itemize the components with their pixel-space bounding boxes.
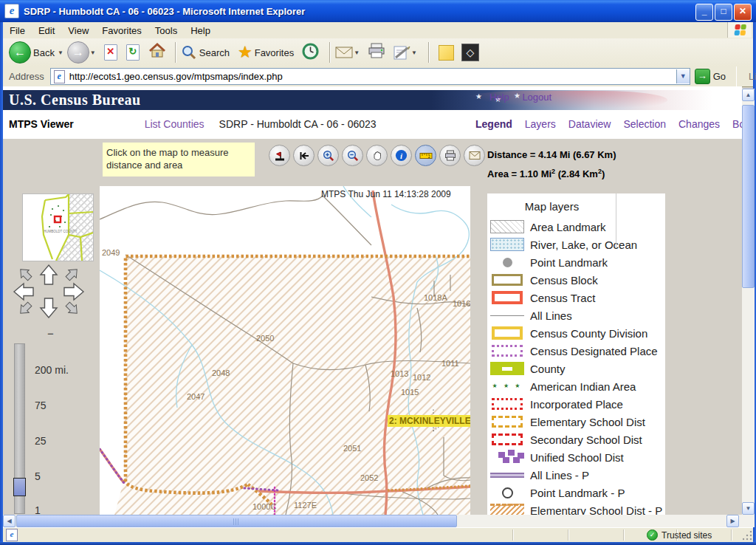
identify-button[interactable]: i <box>391 145 412 166</box>
legend-item: Census County Division <box>487 324 665 342</box>
tract-label: 2052 <box>360 473 378 482</box>
pan-east-arrow[interactable] <box>64 284 83 300</box>
print-button[interactable] <box>368 43 385 62</box>
favorites-button[interactable]: ★ Favorites <box>238 43 296 62</box>
window-title: SDRP - Humboldt CA - 06 - 06023 - Micros… <box>24 6 305 17</box>
list-counties-link[interactable]: List Counties <box>145 118 205 130</box>
pan-south-arrow[interactable] <box>41 298 57 318</box>
mail-dropdown-icon[interactable]: ▼ <box>354 49 360 56</box>
scroll-up-button[interactable]: ▲ <box>742 89 755 101</box>
maximize-button[interactable]: □ <box>715 4 732 21</box>
menu-help[interactable]: Help <box>184 25 217 36</box>
tab-bookmarks[interactable]: Bookmarks <box>732 118 742 130</box>
zone-label: Trusted sites <box>662 530 712 541</box>
menu-bar: File Edit View Favorites Tools Help <box>3 22 753 39</box>
address-field[interactable]: e ▼ <box>50 68 690 85</box>
home-button[interactable] <box>148 43 166 62</box>
measure-button[interactable]: 2 <box>415 145 436 166</box>
sticky-note-button[interactable] <box>439 45 454 61</box>
tab-dataview[interactable]: Dataview <box>568 118 611 130</box>
resize-grip[interactable] <box>743 531 752 541</box>
pan-north-arrow[interactable] <box>41 265 57 284</box>
point-landmark-p-swatch <box>490 486 524 499</box>
refresh-button[interactable]: ↻ <box>126 44 140 61</box>
toolbar-separator <box>428 42 430 63</box>
menu-favorites[interactable]: Favorites <box>95 25 148 36</box>
search-button[interactable]: Search <box>181 44 232 61</box>
app-nav: Legend Layers Dataview Selection Changes… <box>475 114 742 134</box>
minimize-button[interactable]: _ <box>695 4 713 21</box>
tract-label: 2048 <box>212 369 230 377</box>
previous-extent-button[interactable] <box>293 145 315 166</box>
links-label[interactable]: Links <box>749 71 756 82</box>
current-context: SDRP - Humboldt CA - 06 - 06023 <box>219 118 377 130</box>
tab-layers[interactable]: Layers <box>525 118 556 130</box>
vertical-scroll-thumb[interactable] <box>742 105 755 288</box>
zoom-in-button[interactable] <box>317 145 339 166</box>
tab-legend[interactable]: Legend <box>475 118 512 130</box>
legend-item: All Lines <box>487 306 665 324</box>
horizontal-scroll-thumb[interactable] <box>16 515 457 527</box>
block-label: 1011 <box>441 359 459 368</box>
map-viewport[interactable]: MTPS Thu Jun 11 14:13:28 2009 2049 2050 … <box>100 186 470 515</box>
go-button[interactable]: → Go <box>695 69 732 84</box>
printer-icon <box>444 150 456 161</box>
distance-value: Distance = 4.14 Mi (6.67 Km) <box>487 147 616 163</box>
vertical-scrollbar[interactable]: ▲ ▼ <box>742 89 755 515</box>
diamond-tool-button[interactable]: ◇ <box>461 44 479 61</box>
toolbar-separator <box>736 66 737 87</box>
legend-item: Point Landmark <box>487 253 665 271</box>
legend-item: Unified School Dist <box>487 448 665 466</box>
scroll-down-button[interactable]: ▼ <box>742 502 755 515</box>
zoom-extent-icon <box>274 150 286 162</box>
menu-file[interactable]: File <box>3 25 32 36</box>
pan-northeast-arrow[interactable] <box>63 265 80 282</box>
forward-dropdown-icon[interactable]: ▼ <box>90 49 96 56</box>
pan-west-arrow[interactable] <box>14 284 33 300</box>
email-map-button[interactable] <box>464 145 485 166</box>
scroll-right-button[interactable]: ▶ <box>726 515 739 527</box>
back-dropdown-icon[interactable]: ▼ <box>58 49 63 56</box>
zoom-out-button[interactable] <box>342 145 363 166</box>
pan-northwest-arrow[interactable] <box>16 265 33 282</box>
map-canvas[interactable] <box>100 186 470 515</box>
back-button[interactable]: ← Back ▼ <box>9 41 67 64</box>
legend-item: All Lines - P <box>487 466 665 484</box>
status-separator <box>512 529 514 541</box>
print-icon <box>368 43 385 59</box>
edit-dropdown-icon[interactable]: ▼ <box>411 49 417 56</box>
stop-button[interactable]: ✕ <box>104 44 117 61</box>
close-button[interactable]: ✕ <box>734 4 752 21</box>
menu-view[interactable]: View <box>61 25 95 36</box>
zoom-out-icon <box>347 150 359 162</box>
pan-southwest-arrow[interactable] <box>16 300 33 317</box>
logout-link[interactable]: Logout <box>522 92 551 103</box>
status-page-icon: e <box>6 529 18 541</box>
overview-map[interactable]: HUMBOLDT COUNTY <box>22 193 94 261</box>
zoom-extent-button[interactable] <box>269 145 290 166</box>
menu-tools[interactable]: Tools <box>148 25 184 36</box>
tab-changes[interactable]: Changes <box>678 118 720 130</box>
census-county-division-swatch <box>492 326 523 340</box>
address-dropdown-icon[interactable]: ▼ <box>676 69 690 83</box>
pan-button[interactable] <box>366 145 388 166</box>
edit-button[interactable]: ▼ <box>393 44 421 61</box>
history-button[interactable] <box>302 43 319 63</box>
svg-text:HUMBOLDT COUNTY: HUMBOLDT COUNTY <box>44 230 77 233</box>
scroll-left-button[interactable]: ◀ <box>3 515 16 527</box>
favorites-star-icon: ★ <box>238 43 252 62</box>
menu-edit[interactable]: Edit <box>32 25 61 36</box>
pan-southeast-arrow[interactable] <box>63 300 80 317</box>
mail-button[interactable]: ▼ <box>335 46 363 59</box>
browser-toolbar: ← Back ▼ → ▼ ✕ ↻ Search ★ Favorites ▼ <box>3 38 753 67</box>
status-separator <box>623 529 625 541</box>
block-label: 1018A <box>424 293 447 302</box>
mail-icon <box>335 46 353 59</box>
forward-button[interactable]: → ▼ <box>67 41 100 64</box>
help-link[interactable]: Help <box>489 92 509 103</box>
address-input[interactable] <box>68 70 676 83</box>
tab-selection[interactable]: Selection <box>623 118 666 130</box>
print-map-button[interactable] <box>439 145 461 166</box>
horizontal-scrollbar[interactable]: ◀ ▶ <box>3 515 755 527</box>
scale-slider-handle[interactable] <box>13 478 26 496</box>
